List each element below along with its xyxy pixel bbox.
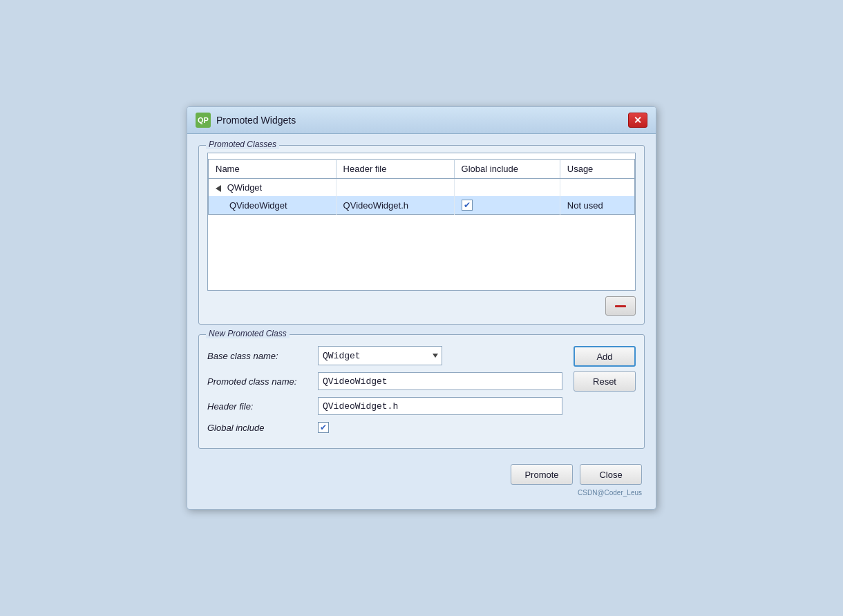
promoted-class-label: Promoted class name: — [207, 376, 318, 387]
close-window-button[interactable]: ✕ — [628, 113, 647, 128]
minus-icon — [615, 305, 626, 307]
col-global-include: Global include — [454, 160, 560, 179]
group-header-cell — [336, 179, 454, 197]
base-class-select-wrapper: QWidget QDialog QMainWindow QFrame QLabe… — [318, 346, 442, 365]
dialog-body: Promoted Classes Name Header file Global… — [187, 134, 656, 509]
item-include-cell: ✔ — [454, 196, 560, 215]
header-file-row: Header file: — [207, 397, 562, 415]
promoted-classes-table: Name Header file Global include Usage QW… — [208, 159, 635, 215]
dialog-title: Promoted Widgets — [216, 115, 296, 126]
base-class-row: Base class name: QWidget QDialog QMainWi… — [207, 346, 562, 365]
group-include-cell — [454, 179, 560, 197]
add-button[interactable]: Add — [574, 346, 636, 367]
dialog-close-button[interactable]: Close — [580, 464, 642, 485]
base-class-label: Base class name: — [207, 351, 318, 361]
col-name: Name — [209, 160, 337, 179]
global-include-checkbox[interactable]: ✔ — [318, 422, 329, 433]
new-promoted-class-title: New Promoted Class — [206, 329, 290, 338]
item-usage-cell: Not used — [560, 196, 634, 215]
col-header-file: Header file — [336, 160, 454, 179]
promoted-classes-group: Promoted Classes Name Header file Global… — [198, 145, 645, 325]
promoted-class-input[interactable] — [318, 372, 562, 390]
promoted-widgets-dialog: QP Promoted Widgets ✕ Promoted Classes N… — [187, 106, 656, 510]
item-global-include-checkbox[interactable]: ✔ — [462, 200, 473, 211]
remove-btn-row — [207, 296, 636, 316]
title-bar: QP Promoted Widgets ✕ — [187, 107, 656, 134]
app-icon: QP — [196, 113, 211, 128]
header-file-input[interactable] — [318, 397, 562, 415]
promote-button[interactable]: Promote — [511, 464, 573, 485]
col-usage: Usage — [560, 160, 634, 179]
global-include-label: Global include — [207, 423, 318, 433]
header-file-label: Header file: — [207, 401, 318, 412]
promoted-class-name-row: Promoted class name: — [207, 372, 562, 390]
promoted-classes-table-area[interactable]: Name Header file Global include Usage QW… — [207, 153, 636, 291]
form-section: Base class name: QWidget QDialog QMainWi… — [207, 346, 562, 440]
promoted-classes-title: Promoted Classes — [206, 139, 279, 149]
global-include-row: Global include ✔ — [207, 422, 562, 433]
table-row-item[interactable]: QVideoWidget QVideoWidget.h ✔ Not used — [209, 196, 635, 215]
group-usage-cell — [560, 179, 634, 197]
item-name-cell: QVideoWidget — [209, 196, 337, 215]
side-buttons: Add Reset — [574, 346, 636, 392]
expand-triangle-icon — [216, 185, 221, 192]
group-name-cell: QWidget — [209, 179, 337, 197]
base-class-select[interactable]: QWidget QDialog QMainWindow QFrame QLabe… — [318, 346, 442, 365]
watermark: CSDN@Coder_Leus — [198, 488, 645, 498]
table-row-group[interactable]: QWidget — [209, 179, 635, 197]
new-promoted-class-group: New Promoted Class Base class name: QWid… — [198, 334, 645, 449]
remove-button[interactable] — [605, 296, 636, 316]
new-class-content: Base class name: QWidget QDialog QMainWi… — [207, 342, 636, 440]
bottom-buttons: Promote Close — [198, 459, 645, 488]
title-bar-left: QP Promoted Widgets — [196, 113, 296, 128]
item-header-cell: QVideoWidget.h — [336, 196, 454, 215]
reset-button[interactable]: Reset — [574, 371, 636, 392]
